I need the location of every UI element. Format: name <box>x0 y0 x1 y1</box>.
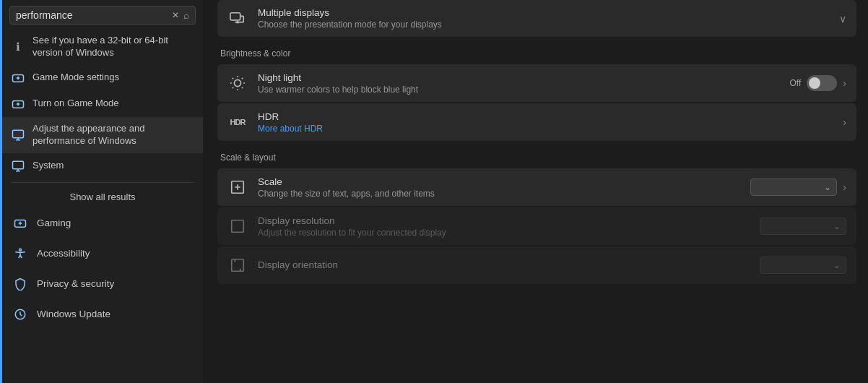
multiple-displays-subtitle: Choose the presentation mode for your di… <box>258 20 829 30</box>
display-orientation-dropdown-wrapper[interactable]: Landscape Portrait <box>760 257 846 274</box>
display-resolution-text: Display resolution Adjust the resolution… <box>258 215 750 238</box>
night-light-toggle[interactable] <box>807 75 837 91</box>
hdr-right: › <box>843 116 846 128</box>
result-item-see-if-32-64[interactable]: ℹ See if you have a 32-bit or 64-bit ver… <box>2 29 203 65</box>
sidebar: ✕ ⌕ ℹ See if you have a 32-bit or 64-bit… <box>2 0 203 383</box>
gamemode-settings-icon <box>11 71 25 85</box>
result-item-text: Adjust the appearance and performance of… <box>32 123 194 147</box>
svg-rect-2 <box>13 130 24 138</box>
multiple-displays-title: Multiple displays <box>258 7 829 18</box>
display-orientation-text: Display orientation <box>258 259 750 272</box>
night-light-right: Off › <box>790 75 846 91</box>
brightness-color-header: Brightness & color <box>217 38 856 64</box>
display-resolution-subtitle: Adjust the resolution to fit your connec… <box>258 228 750 238</box>
scale-text: Scale Change the size of text, apps, and… <box>258 176 740 199</box>
update-icon <box>12 306 28 322</box>
scale-row[interactable]: Scale Change the size of text, apps, and… <box>217 168 856 206</box>
display-resolution-right: 1920 x 1080 2560 x 1440 <box>760 218 846 235</box>
display-orientation-icon <box>227 255 248 275</box>
main-content: Multiple displays Choose the presentatio… <box>203 0 868 383</box>
sidebar-item-label: Privacy & security <box>37 278 114 289</box>
multiple-displays-text: Multiple displays Choose the presentatio… <box>258 7 829 30</box>
multiple-displays-right: ∨ <box>839 13 846 25</box>
sidebar-item-windows-update[interactable]: Windows Update <box>2 299 203 330</box>
multiple-displays-icon <box>227 9 248 29</box>
result-item-adjust-appearance[interactable]: Adjust the appearance and performance of… <box>2 117 203 153</box>
chevron-right-icon: › <box>843 116 846 128</box>
scale-subtitle: Change the size of text, apps, and other… <box>258 189 740 199</box>
scale-icon <box>227 177 248 197</box>
gaming-icon <box>12 215 28 231</box>
show-all-results-button[interactable]: Show all results <box>2 186 203 208</box>
scale-right: 100% 125% 150% › <box>750 178 846 196</box>
svg-rect-3 <box>13 161 24 169</box>
hdr-subtitle[interactable]: More about HDR <box>258 124 833 134</box>
scale-layout-header: Scale & layout <box>217 142 856 168</box>
scale-dropdown-wrapper[interactable]: 100% 125% 150% <box>750 178 837 196</box>
scale-dropdown[interactable]: 100% 125% 150% <box>750 178 837 196</box>
sidebar-item-label: Gaming <box>37 218 71 228</box>
night-light-icon <box>227 73 248 93</box>
display-resolution-dropdown[interactable]: 1920 x 1080 2560 x 1440 <box>760 218 846 235</box>
search-results: ℹ See if you have a 32-bit or 64-bit ver… <box>2 29 203 179</box>
gamemode-icon <box>11 97 25 111</box>
clear-icon[interactable]: ✕ <box>172 10 179 20</box>
result-item-turn-on-game-mode[interactable]: Turn on Game Mode <box>2 91 203 117</box>
info-icon: ℹ <box>11 40 25 54</box>
search-bar[interactable]: ✕ ⌕ <box>9 6 196 25</box>
night-light-row[interactable]: Night light Use warmer colors to help bl… <box>217 64 856 102</box>
accessibility-icon <box>12 246 28 262</box>
display-resolution-title: Display resolution <box>258 215 750 226</box>
system-icon <box>11 159 25 173</box>
display-orientation-right: Landscape Portrait <box>760 257 846 274</box>
result-item-text: Game Mode settings <box>32 72 194 84</box>
chevron-right-icon: › <box>843 77 846 89</box>
result-item-text: See if you have a 32-bit or 64-bit versi… <box>32 35 194 59</box>
multiple-displays-row[interactable]: Multiple displays Choose the presentatio… <box>217 0 856 37</box>
svg-rect-10 <box>232 220 244 233</box>
hdr-row[interactable]: HDR HDR More about HDR › <box>217 103 856 141</box>
display-icon <box>11 128 25 142</box>
divider <box>11 182 194 183</box>
svg-point-5 <box>19 249 22 251</box>
night-light-title: Night light <box>258 72 780 83</box>
chevron-down-icon: ∨ <box>839 13 846 25</box>
display-orientation-title: Display orientation <box>258 259 750 270</box>
display-orientation-dropdown[interactable]: Landscape Portrait <box>760 257 846 274</box>
result-item-text: Turn on Game Mode <box>32 98 194 110</box>
display-resolution-row[interactable]: Display resolution Adjust the resolution… <box>217 207 856 245</box>
sidebar-item-gaming[interactable]: Gaming <box>2 208 203 238</box>
svg-rect-7 <box>230 12 240 20</box>
display-resolution-dropdown-wrapper[interactable]: 1920 x 1080 2560 x 1440 <box>760 218 846 235</box>
hdr-title: HDR <box>258 111 833 122</box>
svg-point-8 <box>234 79 240 86</box>
hdr-text: HDR More about HDR <box>258 111 833 134</box>
shield-icon <box>12 276 28 292</box>
svg-rect-11 <box>232 259 244 272</box>
hdr-icon: HDR <box>227 112 248 132</box>
sidebar-item-label: Windows Update <box>37 309 110 319</box>
search-icon: ⌕ <box>183 9 189 21</box>
result-item-text: System <box>32 160 194 172</box>
chevron-right-icon: › <box>843 181 846 193</box>
sidebar-item-label: Accessibility <box>37 248 90 259</box>
display-orientation-row[interactable]: Display orientation Landscape Portrait <box>217 246 856 284</box>
sidebar-item-accessibility[interactable]: Accessibility <box>2 238 203 269</box>
result-item-system[interactable]: System <box>2 153 203 179</box>
toggle-off-label: Off <box>790 78 802 88</box>
search-input[interactable] <box>16 9 168 21</box>
night-light-text: Night light Use warmer colors to help bl… <box>258 72 780 95</box>
display-resolution-icon <box>227 216 248 236</box>
scale-title: Scale <box>258 176 740 187</box>
night-light-subtitle: Use warmer colors to help block blue lig… <box>258 85 780 95</box>
sidebar-item-privacy-security[interactable]: Privacy & security <box>2 269 203 299</box>
result-item-game-mode-settings[interactable]: Game Mode settings <box>2 65 203 91</box>
